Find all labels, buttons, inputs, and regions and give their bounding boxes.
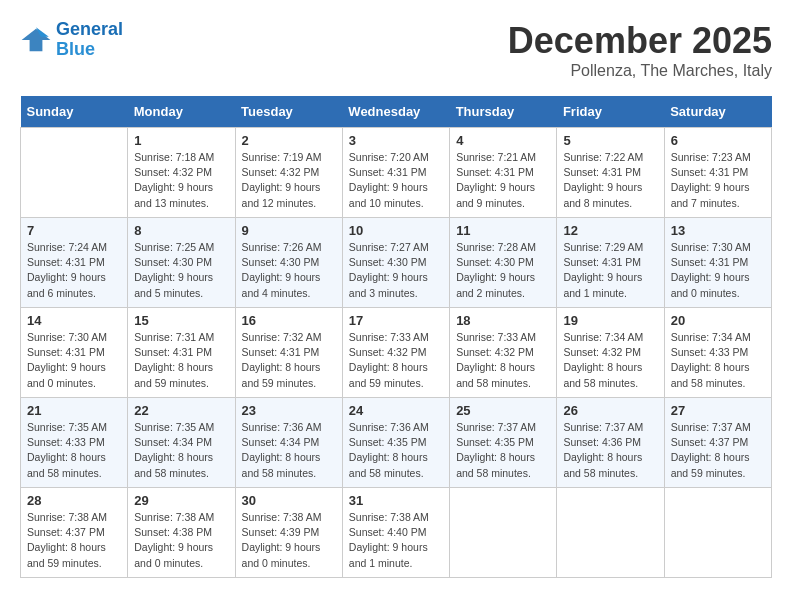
day-number: 4	[456, 133, 550, 148]
day-number: 7	[27, 223, 121, 238]
calendar-cell	[557, 488, 664, 578]
day-info: Sunrise: 7:36 AM Sunset: 4:34 PM Dayligh…	[242, 420, 336, 481]
day-number: 29	[134, 493, 228, 508]
day-number: 9	[242, 223, 336, 238]
header-friday: Friday	[557, 96, 664, 128]
calendar-week-row: 28Sunrise: 7:38 AM Sunset: 4:37 PM Dayli…	[21, 488, 772, 578]
day-info: Sunrise: 7:24 AM Sunset: 4:31 PM Dayligh…	[27, 240, 121, 301]
day-info: Sunrise: 7:32 AM Sunset: 4:31 PM Dayligh…	[242, 330, 336, 391]
calendar-cell	[21, 128, 128, 218]
day-info: Sunrise: 7:33 AM Sunset: 4:32 PM Dayligh…	[349, 330, 443, 391]
day-info: Sunrise: 7:18 AM Sunset: 4:32 PM Dayligh…	[134, 150, 228, 211]
calendar-cell: 12Sunrise: 7:29 AM Sunset: 4:31 PM Dayli…	[557, 218, 664, 308]
calendar-cell: 15Sunrise: 7:31 AM Sunset: 4:31 PM Dayli…	[128, 308, 235, 398]
calendar-cell: 21Sunrise: 7:35 AM Sunset: 4:33 PM Dayli…	[21, 398, 128, 488]
calendar-cell: 27Sunrise: 7:37 AM Sunset: 4:37 PM Dayli…	[664, 398, 771, 488]
logo-line2: Blue	[56, 39, 95, 59]
calendar-cell: 29Sunrise: 7:38 AM Sunset: 4:38 PM Dayli…	[128, 488, 235, 578]
calendar-cell: 8Sunrise: 7:25 AM Sunset: 4:30 PM Daylig…	[128, 218, 235, 308]
title-block: December 2025 Pollenza, The Marches, Ita…	[508, 20, 772, 80]
calendar-cell: 1Sunrise: 7:18 AM Sunset: 4:32 PM Daylig…	[128, 128, 235, 218]
day-info: Sunrise: 7:33 AM Sunset: 4:32 PM Dayligh…	[456, 330, 550, 391]
day-number: 11	[456, 223, 550, 238]
day-info: Sunrise: 7:37 AM Sunset: 4:37 PM Dayligh…	[671, 420, 765, 481]
day-info: Sunrise: 7:35 AM Sunset: 4:33 PM Dayligh…	[27, 420, 121, 481]
calendar-cell: 17Sunrise: 7:33 AM Sunset: 4:32 PM Dayli…	[342, 308, 449, 398]
calendar-cell: 28Sunrise: 7:38 AM Sunset: 4:37 PM Dayli…	[21, 488, 128, 578]
calendar-week-row: 1Sunrise: 7:18 AM Sunset: 4:32 PM Daylig…	[21, 128, 772, 218]
day-number: 8	[134, 223, 228, 238]
day-info: Sunrise: 7:38 AM Sunset: 4:40 PM Dayligh…	[349, 510, 443, 571]
day-info: Sunrise: 7:38 AM Sunset: 4:38 PM Dayligh…	[134, 510, 228, 571]
day-number: 10	[349, 223, 443, 238]
day-number: 30	[242, 493, 336, 508]
calendar-week-row: 21Sunrise: 7:35 AM Sunset: 4:33 PM Dayli…	[21, 398, 772, 488]
day-info: Sunrise: 7:34 AM Sunset: 4:33 PM Dayligh…	[671, 330, 765, 391]
day-number: 27	[671, 403, 765, 418]
calendar-cell	[450, 488, 557, 578]
day-info: Sunrise: 7:30 AM Sunset: 4:31 PM Dayligh…	[27, 330, 121, 391]
calendar-cell: 25Sunrise: 7:37 AM Sunset: 4:35 PM Dayli…	[450, 398, 557, 488]
calendar-cell: 6Sunrise: 7:23 AM Sunset: 4:31 PM Daylig…	[664, 128, 771, 218]
header-sunday: Sunday	[21, 96, 128, 128]
day-number: 18	[456, 313, 550, 328]
day-info: Sunrise: 7:37 AM Sunset: 4:35 PM Dayligh…	[456, 420, 550, 481]
day-info: Sunrise: 7:29 AM Sunset: 4:31 PM Dayligh…	[563, 240, 657, 301]
header-saturday: Saturday	[664, 96, 771, 128]
month-title: December 2025	[508, 20, 772, 62]
day-number: 17	[349, 313, 443, 328]
calendar-cell: 2Sunrise: 7:19 AM Sunset: 4:32 PM Daylig…	[235, 128, 342, 218]
logo-text: General Blue	[56, 20, 123, 60]
day-number: 2	[242, 133, 336, 148]
day-number: 31	[349, 493, 443, 508]
calendar-cell: 4Sunrise: 7:21 AM Sunset: 4:31 PM Daylig…	[450, 128, 557, 218]
day-info: Sunrise: 7:31 AM Sunset: 4:31 PM Dayligh…	[134, 330, 228, 391]
calendar-table: SundayMondayTuesdayWednesdayThursdayFrid…	[20, 96, 772, 578]
day-number: 24	[349, 403, 443, 418]
day-number: 3	[349, 133, 443, 148]
day-number: 6	[671, 133, 765, 148]
day-info: Sunrise: 7:27 AM Sunset: 4:30 PM Dayligh…	[349, 240, 443, 301]
day-number: 12	[563, 223, 657, 238]
calendar-cell: 30Sunrise: 7:38 AM Sunset: 4:39 PM Dayli…	[235, 488, 342, 578]
calendar-week-row: 7Sunrise: 7:24 AM Sunset: 4:31 PM Daylig…	[21, 218, 772, 308]
location-title: Pollenza, The Marches, Italy	[508, 62, 772, 80]
day-info: Sunrise: 7:22 AM Sunset: 4:31 PM Dayligh…	[563, 150, 657, 211]
day-info: Sunrise: 7:20 AM Sunset: 4:31 PM Dayligh…	[349, 150, 443, 211]
calendar-cell: 13Sunrise: 7:30 AM Sunset: 4:31 PM Dayli…	[664, 218, 771, 308]
calendar-cell: 20Sunrise: 7:34 AM Sunset: 4:33 PM Dayli…	[664, 308, 771, 398]
day-info: Sunrise: 7:38 AM Sunset: 4:37 PM Dayligh…	[27, 510, 121, 571]
calendar-cell: 31Sunrise: 7:38 AM Sunset: 4:40 PM Dayli…	[342, 488, 449, 578]
calendar-cell: 7Sunrise: 7:24 AM Sunset: 4:31 PM Daylig…	[21, 218, 128, 308]
day-info: Sunrise: 7:30 AM Sunset: 4:31 PM Dayligh…	[671, 240, 765, 301]
day-number: 14	[27, 313, 121, 328]
calendar-header-row: SundayMondayTuesdayWednesdayThursdayFrid…	[21, 96, 772, 128]
logo: General Blue	[20, 20, 123, 60]
page-header: General Blue December 2025 Pollenza, The…	[20, 20, 772, 80]
calendar-cell: 11Sunrise: 7:28 AM Sunset: 4:30 PM Dayli…	[450, 218, 557, 308]
day-number: 15	[134, 313, 228, 328]
logo-line1: General	[56, 19, 123, 39]
day-number: 26	[563, 403, 657, 418]
svg-marker-0	[22, 29, 51, 51]
calendar-cell: 10Sunrise: 7:27 AM Sunset: 4:30 PM Dayli…	[342, 218, 449, 308]
calendar-cell: 23Sunrise: 7:36 AM Sunset: 4:34 PM Dayli…	[235, 398, 342, 488]
day-number: 1	[134, 133, 228, 148]
calendar-week-row: 14Sunrise: 7:30 AM Sunset: 4:31 PM Dayli…	[21, 308, 772, 398]
day-info: Sunrise: 7:25 AM Sunset: 4:30 PM Dayligh…	[134, 240, 228, 301]
calendar-cell: 3Sunrise: 7:20 AM Sunset: 4:31 PM Daylig…	[342, 128, 449, 218]
day-number: 20	[671, 313, 765, 328]
day-number: 28	[27, 493, 121, 508]
header-wednesday: Wednesday	[342, 96, 449, 128]
day-number: 23	[242, 403, 336, 418]
calendar-cell: 24Sunrise: 7:36 AM Sunset: 4:35 PM Dayli…	[342, 398, 449, 488]
header-tuesday: Tuesday	[235, 96, 342, 128]
calendar-cell: 9Sunrise: 7:26 AM Sunset: 4:30 PM Daylig…	[235, 218, 342, 308]
day-number: 13	[671, 223, 765, 238]
day-info: Sunrise: 7:19 AM Sunset: 4:32 PM Dayligh…	[242, 150, 336, 211]
day-info: Sunrise: 7:36 AM Sunset: 4:35 PM Dayligh…	[349, 420, 443, 481]
calendar-cell: 26Sunrise: 7:37 AM Sunset: 4:36 PM Dayli…	[557, 398, 664, 488]
day-info: Sunrise: 7:26 AM Sunset: 4:30 PM Dayligh…	[242, 240, 336, 301]
day-info: Sunrise: 7:38 AM Sunset: 4:39 PM Dayligh…	[242, 510, 336, 571]
header-monday: Monday	[128, 96, 235, 128]
